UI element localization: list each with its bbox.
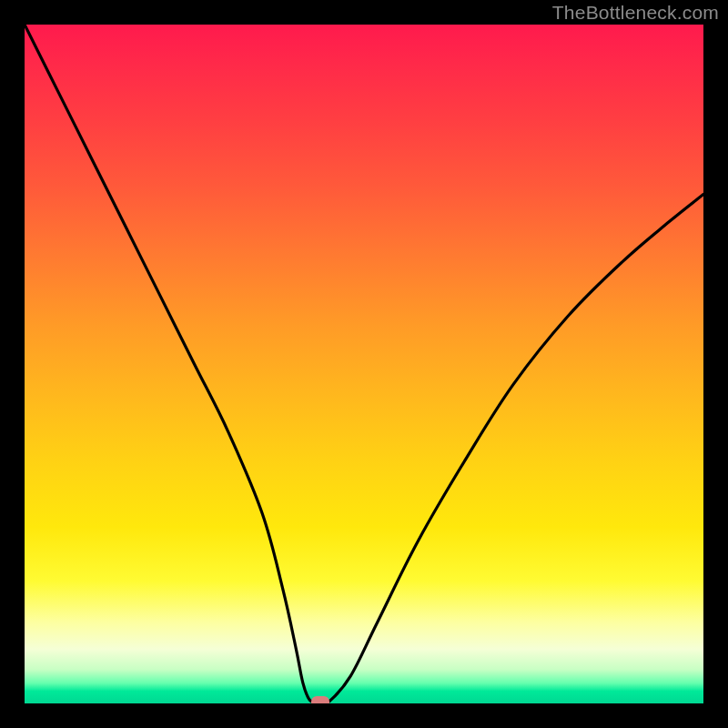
- optimal-point-marker: [311, 696, 329, 703]
- bottleneck-curve: [25, 25, 703, 703]
- plot-area: [25, 25, 703, 703]
- watermark-label: TheBottleneck.com: [552, 2, 719, 24]
- chart-frame: TheBottleneck.com: [0, 0, 728, 728]
